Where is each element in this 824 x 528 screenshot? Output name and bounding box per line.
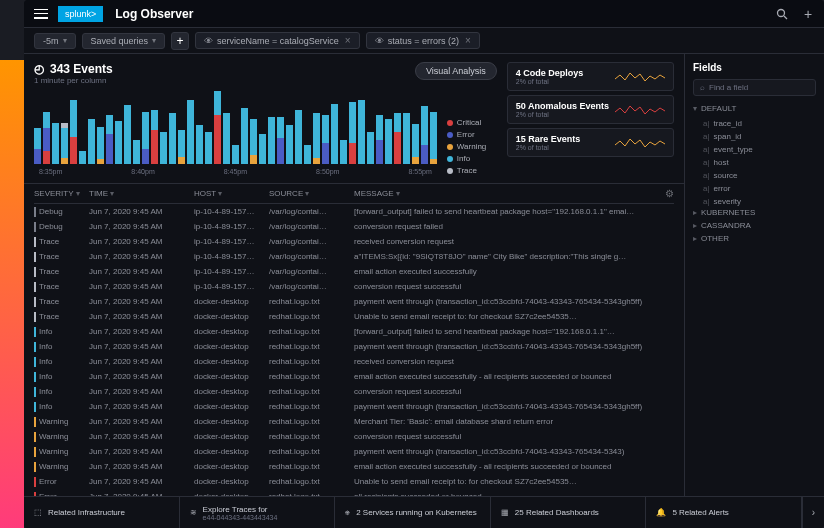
field-type-icon: a|: [703, 132, 710, 141]
sparkline: [615, 69, 665, 85]
svg-point-0: [778, 9, 785, 16]
close-icon[interactable]: ×: [345, 35, 351, 46]
log-row[interactable]: TraceJun 7, 2020 9:45 AMip-10-4-89-157…/…: [34, 249, 674, 264]
legend-item[interactable]: Critical: [447, 118, 497, 127]
find-field-input[interactable]: ⌕ Find a field: [693, 79, 816, 96]
log-row[interactable]: TraceJun 7, 2020 9:45 AMip-10-4-89-157…/…: [34, 264, 674, 279]
table-header: SEVERITY▾ TIME▾ HOST▾ SOURCE▾ MESSAGE▾ ⚙: [34, 184, 674, 204]
saved-queries-button[interactable]: Saved queries▾: [82, 33, 166, 49]
filter-chip[interactable]: 👁status = errors (2)×: [366, 32, 480, 49]
time-range-picker[interactable]: -5m▾: [34, 33, 76, 49]
field-item[interactable]: a|trace_id: [693, 117, 816, 130]
log-row[interactable]: WarningJun 7, 2020 9:45 AMdocker-desktop…: [34, 459, 674, 474]
close-icon[interactable]: ×: [465, 35, 471, 46]
field-item[interactable]: a|severity: [693, 195, 816, 208]
search-icon[interactable]: [776, 8, 788, 20]
filter-chip[interactable]: 👁serviceName = catalogService×: [195, 32, 360, 49]
field-section-header[interactable]: ▸CASSANDRA: [693, 221, 816, 230]
log-row[interactable]: InfoJun 7, 2020 9:45 AMdocker-desktopred…: [34, 354, 674, 369]
table-settings-icon[interactable]: ⚙: [665, 188, 674, 199]
legend-item[interactable]: Info: [447, 154, 497, 163]
traces-icon: ≋: [190, 508, 197, 517]
log-row[interactable]: TraceJun 7, 2020 9:45 AMdocker-desktopre…: [34, 309, 674, 324]
log-row[interactable]: WarningJun 7, 2020 9:45 AMdocker-desktop…: [34, 414, 674, 429]
field-type-icon: a|: [703, 145, 710, 154]
brand-logo: splunk>: [58, 6, 103, 22]
field-type-icon: a|: [703, 171, 710, 180]
fields-panel-title: Fields: [693, 62, 816, 73]
chart-legend: CriticalErrorWarningInfoTrace: [447, 103, 497, 175]
log-row[interactable]: WarningJun 7, 2020 9:45 AMdocker-desktop…: [34, 429, 674, 444]
chart-x-axis: 8:35pm8:40pm8:45pm8:50pm8:55pm: [34, 168, 437, 175]
field-item[interactable]: a|source: [693, 169, 816, 182]
menu-button[interactable]: [34, 9, 48, 19]
cube-icon: ⬚: [34, 508, 42, 517]
field-item[interactable]: a|span_id: [693, 130, 816, 143]
sparkline: [615, 102, 665, 118]
log-row[interactable]: ErrorJun 7, 2020 9:45 AMdocker-desktopre…: [34, 474, 674, 489]
field-item[interactable]: a|event_type: [693, 143, 816, 156]
log-row[interactable]: InfoJun 7, 2020 9:45 AMdocker-desktopred…: [34, 324, 674, 339]
col-source[interactable]: SOURCE▾: [269, 188, 354, 199]
events-histogram[interactable]: [34, 89, 437, 164]
log-row[interactable]: TraceJun 7, 2020 9:45 AMip-10-4-89-157…/…: [34, 234, 674, 249]
col-host[interactable]: HOST▾: [194, 188, 269, 199]
sparkline: [615, 135, 665, 151]
footer-link[interactable]: ⎈2 Services running on Kubernetes: [335, 497, 491, 528]
field-type-icon: a|: [703, 119, 710, 128]
add-filter-button[interactable]: +: [171, 32, 189, 50]
services-icon: ⎈: [345, 508, 350, 517]
log-row[interactable]: DebugJun 7, 2020 9:45 AMip-10-4-89-157…/…: [34, 204, 674, 219]
visual-analysis-button[interactable]: Visual Analysis: [415, 62, 497, 80]
log-row[interactable]: WarningJun 7, 2020 9:45 AMdocker-desktop…: [34, 444, 674, 459]
page-title: Log Observer: [115, 7, 193, 21]
stat-card[interactable]: 15 Rare Events2% of total: [507, 128, 674, 157]
add-icon[interactable]: +: [802, 8, 814, 20]
footer-expand-icon[interactable]: ›: [802, 497, 824, 528]
log-row[interactable]: InfoJun 7, 2020 9:45 AMdocker-desktopred…: [34, 339, 674, 354]
log-row[interactable]: TraceJun 7, 2020 9:45 AMip-10-4-89-157…/…: [34, 279, 674, 294]
clock-icon: ◴: [34, 62, 44, 76]
svg-line-1: [784, 16, 787, 19]
stat-card[interactable]: 4 Code Deploys2% of total: [507, 62, 674, 91]
col-severity[interactable]: SEVERITY▾: [34, 188, 89, 199]
log-row[interactable]: ErrorJun 7, 2020 9:45 AMdocker-desktopre…: [34, 489, 674, 496]
stat-card[interactable]: 50 Anomalous Events2% of total: [507, 95, 674, 124]
footer-link[interactable]: 🔔5 Related Alerts: [646, 497, 802, 528]
field-item[interactable]: a|host: [693, 156, 816, 169]
col-time[interactable]: TIME▾: [89, 188, 194, 199]
field-item[interactable]: a|error: [693, 182, 816, 195]
events-count: ◴ 343 Events: [34, 62, 113, 76]
field-type-icon: a|: [703, 158, 710, 167]
log-row[interactable]: InfoJun 7, 2020 9:45 AMdocker-desktopred…: [34, 399, 674, 414]
log-row[interactable]: DebugJun 7, 2020 9:45 AMip-10-4-89-157…/…: [34, 219, 674, 234]
legend-item[interactable]: Error: [447, 130, 497, 139]
dash-icon: ▦: [501, 508, 509, 517]
field-type-icon: a|: [703, 197, 710, 206]
footer-link[interactable]: ⬚Related Infrastructure: [24, 497, 180, 528]
events-subtitle: 1 minute per column: [34, 76, 113, 85]
footer-link[interactable]: ▦25 Related Dashboards: [491, 497, 647, 528]
field-type-icon: a|: [703, 184, 710, 193]
log-row[interactable]: InfoJun 7, 2020 9:45 AMdocker-desktopred…: [34, 369, 674, 384]
bell-icon: 🔔: [656, 508, 666, 517]
footer-link[interactable]: ≋Explore Traces fore44-044343-443443434: [180, 497, 336, 528]
field-section-header[interactable]: ▸OTHER: [693, 234, 816, 243]
field-section-header[interactable]: ▸KUBERNETES: [693, 208, 816, 217]
col-message[interactable]: MESSAGE▾: [354, 188, 665, 199]
field-section-header[interactable]: ▾DEFAULT: [693, 104, 816, 113]
log-row[interactable]: InfoJun 7, 2020 9:45 AMdocker-desktopred…: [34, 384, 674, 399]
legend-item[interactable]: Warning: [447, 142, 497, 151]
legend-item[interactable]: Trace: [447, 166, 497, 175]
log-row[interactable]: TraceJun 7, 2020 9:45 AMdocker-desktopre…: [34, 294, 674, 309]
search-icon: ⌕: [700, 83, 705, 92]
